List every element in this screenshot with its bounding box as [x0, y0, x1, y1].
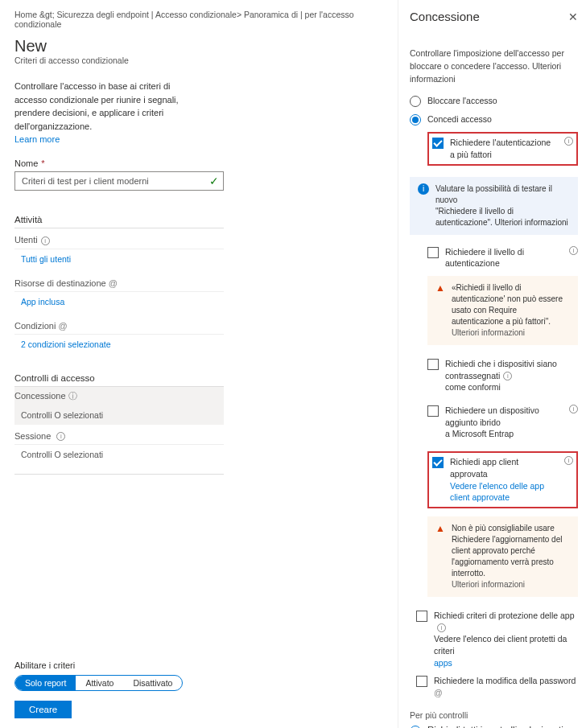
grant-password-change-checkbox[interactable]: Richiedere la modifica della password @	[416, 675, 578, 698]
radio-block-access[interactable]: Bloccare l'accesso	[410, 95, 578, 107]
checkbox-icon[interactable]	[416, 611, 427, 622]
create-button[interactable]: Creare	[14, 701, 72, 718]
page-title: New	[14, 37, 383, 56]
conditions-value[interactable]: 2 condizioni selezionate	[21, 339, 383, 349]
radio-icon[interactable]	[410, 114, 421, 125]
info-icon[interactable]: i	[564, 456, 573, 465]
warning-icon: ▲	[435, 282, 445, 339]
pill-off[interactable]: Disattivato	[123, 676, 182, 690]
info-callout: i Valutare la possibilità di testare il …	[410, 177, 578, 235]
checkbox-icon[interactable]	[432, 138, 444, 149]
grant-mfa-checkbox[interactable]: Richiedere l'autenticazione a più fattor…	[432, 137, 573, 160]
info-icon[interactable]: i	[437, 623, 446, 632]
breadcrumb[interactable]: Home &gt; Sicurezza degli endpoint | Acc…	[14, 10, 383, 29]
panel-title: Concessione	[410, 10, 480, 23]
info-icon[interactable]: i	[56, 432, 65, 441]
close-icon[interactable]: ✕	[568, 10, 578, 23]
info-icon[interactable]: i	[564, 137, 573, 146]
assignments-header: Attività	[14, 210, 224, 228]
enable-policy-toggle[interactable]: Solo report Attivato Disattivato	[14, 675, 183, 691]
validation-check-icon: ✓	[209, 175, 219, 187]
info-icon[interactable]: i	[503, 372, 512, 380]
info-icon[interactable]: i	[569, 405, 578, 413]
multiple-controls-label: Per più controlli	[410, 710, 578, 720]
session-value: Controlli O selezionati	[21, 450, 383, 459]
checkbox-icon[interactable]	[427, 247, 439, 258]
grant-row[interactable]: Concessione ⓘ Controlli O selezionati	[14, 387, 224, 425]
checkbox-icon[interactable]	[416, 676, 427, 687]
users-row[interactable]: Utentii	[14, 235, 224, 249]
info-icon[interactable]: @	[109, 278, 118, 288]
warning-callout: ▲ Non è più consigliabile usare Richiede…	[427, 516, 578, 597]
access-controls-header: Controlli di accesso	[14, 368, 224, 387]
target-resources-value[interactable]: App inclusa	[21, 297, 383, 306]
radio-icon[interactable]	[410, 96, 421, 107]
pill-on[interactable]: Attivato	[76, 676, 123, 690]
conditions-row[interactable]: Condizioni @	[14, 321, 224, 335]
grant-hybrid-joined-checkbox[interactable]: Richiedere un dispositivo aggiunto ibrid…	[427, 405, 578, 440]
grant-app-protection-checkbox[interactable]: Richiedi criteri di protezione delle app…	[416, 610, 578, 668]
policy-name-input[interactable]	[14, 171, 224, 191]
info-icon: i	[418, 183, 429, 195]
pill-report-only[interactable]: Solo report	[15, 676, 76, 690]
panel-description: Controllare l'imposizione dell'accesso p…	[410, 47, 578, 85]
grant-panel: Concessione ✕ Controllare l'imposizione …	[398, 0, 586, 728]
learn-more-link[interactable]: Learn more	[14, 134, 383, 144]
name-label: Nome*	[14, 158, 383, 168]
target-resources-row[interactable]: Risorse di destinazione @	[14, 278, 224, 292]
info-icon[interactable]: @	[434, 688, 443, 697]
grant-approved-client-checkbox[interactable]: Richiedi app client approvata Vedere l'e…	[432, 456, 573, 504]
grant-value: Controlli O selezionati	[21, 410, 224, 420]
checkbox-icon[interactable]	[432, 457, 444, 468]
grant-compliant-device-checkbox[interactable]: Richiedi che i dispositivi siano contras…	[427, 358, 578, 393]
info-icon[interactable]: i	[41, 236, 50, 245]
info-icon[interactable]: i	[569, 246, 578, 255]
warning-icon: ▲	[435, 523, 445, 590]
checkbox-icon[interactable]	[427, 405, 439, 417]
protected-apps-link[interactable]: apps	[434, 657, 578, 669]
radio-require-all[interactable]: Richiedi tutti i controlli selezionati	[410, 725, 578, 728]
page-subtitle: Criteri di accesso condizionale	[14, 56, 383, 65]
session-row[interactable]: Sessione i	[14, 431, 224, 446]
approved-apps-link[interactable]: Vedere l'elenco delle app client approva…	[450, 480, 558, 504]
footer-bar: Abilitare i criteri Solo report Attivato…	[14, 660, 183, 718]
radio-grant-access[interactable]: Concedi accesso	[410, 113, 578, 125]
warning-callout: ▲ «Richiedi il livello di autenticazione…	[427, 276, 578, 345]
enable-policy-label: Abilitare i criteri	[14, 660, 183, 670]
checkbox-icon[interactable]	[427, 359, 439, 370]
grant-auth-strength-checkbox[interactable]: Richiedere il livello di autenticazione …	[427, 246, 578, 269]
policy-description: Controllare l'accesso in base ai criteri…	[14, 80, 224, 133]
users-value[interactable]: Tutti gli utenti	[21, 254, 383, 264]
main-pane: Home &gt; Sicurezza degli endpoint | Acc…	[0, 0, 398, 728]
info-icon[interactable]: ⓘ	[68, 391, 77, 401]
info-icon[interactable]: @	[58, 321, 67, 331]
